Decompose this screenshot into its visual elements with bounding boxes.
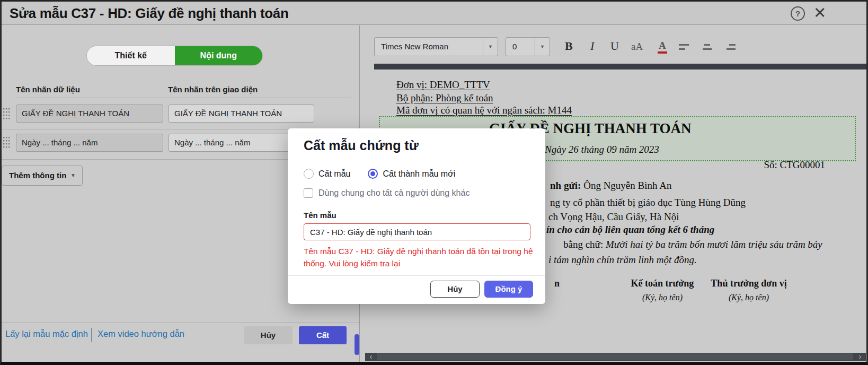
divider	[288, 275, 545, 276]
doc-date-line: Ngày 26 tháng 09 năm 2023	[545, 144, 659, 155]
tab-group: Thiết kế Nội dung	[86, 46, 263, 66]
window-header: Sửa mẫu C37 - HD: Giấy đề nghị thanh toá…	[2, 2, 866, 25]
signature-block: Thủ trưởng đơn vị (Ký, họ tên)	[698, 278, 799, 302]
font-family-select[interactable]: Times New Roman ▼	[374, 37, 498, 56]
share-checkbox[interactable]	[304, 188, 313, 198]
radio-save-template[interactable]	[304, 169, 314, 179]
scroll-right-icon[interactable]: ›	[855, 353, 865, 361]
column-header-ui-label: Tên nhãn trên giao diện	[168, 85, 258, 94]
data-label-field[interactable]: GIẤY ĐỀ NGHỊ THANH TOÁN	[16, 105, 163, 123]
share-checkbox-label[interactable]: Dùng chung cho tất cả người dùng khác	[318, 188, 470, 198]
tab-thiet-ke[interactable]: Thiết kế	[87, 46, 175, 65]
vertical-scroll-thumb[interactable]	[355, 334, 359, 355]
signature-sub: (Ký, họ tên)	[698, 293, 799, 302]
radio-save-as-new-label[interactable]: Cất thành mẫu mới	[383, 169, 455, 179]
save-template-dialog: Cất mẫu chứng từ Cất mẫu Cất thành mẫu m…	[288, 128, 545, 304]
radio-save-template-label[interactable]: Cất mẫu	[318, 169, 350, 179]
font-size-select[interactable]: 0 ▼	[506, 37, 550, 56]
doc-signature-partial: n	[554, 278, 560, 289]
signature-sub: (Ký, họ tên)	[612, 293, 713, 302]
radio-save-as-new[interactable]	[368, 169, 378, 179]
help-icon[interactable]: ?	[791, 6, 805, 21]
column-header-data-label: Tên nhãn dữ liệu	[16, 85, 80, 94]
signature-title: Thủ trưởng đơn vị	[698, 278, 799, 289]
horizontal-scroll-thumb[interactable]	[377, 353, 853, 360]
drag-handle-icon[interactable]	[3, 136, 10, 148]
doc-amount-words-value: Mười hai tỷ ba trăm bốn mươi lăm triệu s…	[606, 239, 822, 250]
align-left-icon[interactable]	[679, 43, 689, 51]
template-name-label: Tên mẫu	[304, 211, 336, 220]
data-label-field[interactable]: Ngày ... tháng ... năm	[16, 134, 163, 152]
app-window: Sửa mẫu C37 - HD: Giấy đề nghị thanh toá…	[0, 0, 868, 365]
font-family-value: Times New Roman	[381, 42, 448, 51]
doc-recipient-label: nh gửi:	[550, 180, 581, 191]
italic-icon[interactable]: I	[590, 39, 594, 53]
doc-line-recipient: nh gửi: Ông Nguyễn Bình An	[550, 180, 671, 192]
align-center-icon[interactable]	[702, 43, 713, 51]
doc-unit-line: Đơn vị: DEMO_TTTV	[396, 79, 490, 91]
drag-handle-icon[interactable]	[3, 108, 10, 119]
chevron-down-icon: ▼	[70, 172, 76, 178]
dialog-title: Cất mẫu chứng từ	[304, 138, 419, 153]
close-icon[interactable]: ✕	[813, 4, 826, 22]
doc-line-company: ng ty cổ phần thiết bị giáo dục Tùng Hùn…	[550, 197, 746, 208]
save-mode-radio-group: Cất mẫu Cất thành mẫu mới	[304, 169, 455, 179]
add-info-dropdown[interactable]: Thêm thông tin ▼	[2, 166, 83, 186]
duplicate-name-error: Tên mẫu C37 - HD: Giấy đề nghị thanh toá…	[304, 245, 546, 270]
bold-icon[interactable]: B	[565, 39, 573, 53]
add-info-label: Thêm thông tin	[9, 171, 66, 180]
ui-label-field[interactable]: GIẤY ĐỀ NGHỊ THANH TOÁN	[169, 105, 314, 123]
signature-block: Kế toán trưởng (Ký, họ tên)	[612, 278, 713, 302]
document-top-edge	[374, 64, 866, 69]
dialog-ok-button[interactable]: Đồng ý	[484, 281, 533, 298]
signature-title: Kế toán trưởng	[612, 278, 713, 289]
doc-amount-words-label: bằng chữ:	[563, 239, 606, 250]
divider	[16, 98, 351, 98]
doc-line-reason: ín cho cán bộ liên quan tổng kết 6 tháng	[546, 224, 714, 236]
video-guide-link[interactable]: Xem video hướng dẫn	[98, 329, 184, 339]
window-title: Sửa mẫu C37 - HD: Giấy đề nghị thanh toá…	[10, 5, 289, 22]
underline-icon[interactable]: U	[610, 39, 619, 53]
font-size-value: 0	[512, 42, 517, 51]
divider	[2, 323, 359, 323]
share-checkbox-row: Dùng chung cho tất cả người dùng khác	[304, 188, 470, 198]
dialog-cancel-button[interactable]: Hủy	[430, 281, 480, 298]
save-button[interactable]: Cất	[299, 326, 347, 344]
reset-template-link[interactable]: Lấy lại mẫu mặc định	[5, 329, 88, 339]
align-right-icon[interactable]	[725, 43, 736, 51]
template-name-input[interactable]	[304, 223, 530, 240]
font-color-icon[interactable]: A	[658, 40, 667, 54]
horizontal-scrollbar[interactable]: ‹ ›	[365, 353, 866, 361]
chevron-down-icon[interactable]: ▼	[483, 38, 498, 56]
text-case-icon[interactable]: aA	[631, 41, 643, 53]
tab-noi-dung[interactable]: Nội dung	[175, 46, 263, 65]
scroll-left-icon[interactable]: ‹	[366, 353, 376, 361]
doc-number: Số: CTG00001	[764, 159, 825, 171]
chevron-down-icon[interactable]: ▼	[535, 38, 550, 56]
doc-line-amount-words-1: bằng chữ: Mười hai tỷ ba trăm bốn mươi l…	[563, 239, 822, 250]
doc-line-address: ch Vọng Hậu, Cầu Giấy, Hà Nội	[548, 211, 679, 223]
doc-budget-line: Mã đơn vị có quan hệ với ngân sách: M144	[396, 105, 572, 116]
doc-dept-line: Bộ phận: Phòng kế toán	[396, 92, 493, 104]
cancel-button[interactable]: Hủy	[244, 326, 293, 344]
doc-recipient-value: Ông Nguyễn Bình An	[581, 180, 671, 191]
link-separator	[91, 328, 92, 342]
doc-line-amount-words-2: i tám nghìn chín trăm linh một đồng.	[548, 254, 697, 266]
